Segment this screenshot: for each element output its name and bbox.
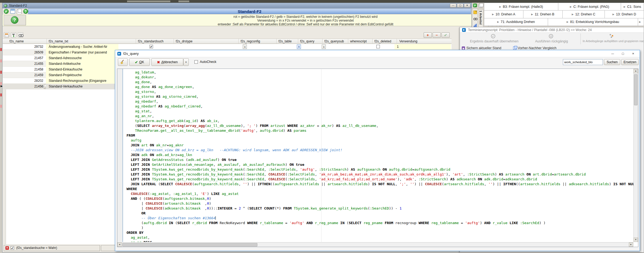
- machine-panel: ▶B3: Fräsen kompl. (Halle3)▶C: Fräsen ko…: [484, 3, 644, 26]
- add-row-button[interactable]: +: [424, 32, 432, 38]
- machine-cell[interactable]: ▶12: Drehen C: [563, 11, 605, 18]
- machine-cell-label: 10: Drehen A: [496, 12, 515, 16]
- dialog-titlebar[interactable]: ▶ f2s_query: [115, 50, 640, 57]
- scroll-left-icon[interactable]: ◄: [117, 242, 122, 247]
- compare-button[interactable]: Vorher-Nachher Vergleich: [513, 46, 556, 50]
- column-header[interactable]: f2s_standardsuch: [138, 39, 164, 43]
- column-separator: [276, 39, 277, 44]
- find-button[interactable]: Suchen: [604, 59, 620, 65]
- column-header[interactable]: f2s_drstype: [176, 39, 192, 43]
- filter-icon[interactable]: [11, 32, 16, 38]
- split-group-button[interactable]: In Arbeitsgänge aufsplitten und gruppier…: [583, 39, 644, 43]
- standardsuche-checkbox[interactable]: ✔: [150, 45, 153, 48]
- form-icon[interactable]: [10, 9, 15, 14]
- save-state-label: Sichern aktueller Stand: [466, 46, 501, 50]
- machine-cell[interactable]: ▶: [638, 18, 644, 26]
- sql-line: JOIN adk ON adk.ad_krz=ag_lkn: [127, 153, 633, 157]
- broom-icon: [120, 59, 126, 65]
- window-title: Standard-F2: [9, 4, 27, 8]
- triangle-icon: ▶: [639, 21, 641, 23]
- triangle-icon: ▶: [492, 13, 494, 16]
- querysub-cell-icon[interactable]: a: [322, 45, 326, 49]
- undo-execute-button[interactable]: Ausführen rückgängig: [527, 39, 576, 43]
- dialog-minimize-button[interactable]: —: [609, 51, 616, 56]
- machine-cell[interactable]: ▶81: Entwicklung Vorrichtungsbau: [548, 18, 638, 26]
- machine-cell[interactable]: ▶B3: Fräsen kompl. (Halle3): [484, 3, 558, 10]
- search-binoculars-icon[interactable]: [18, 32, 23, 38]
- search-input[interactable]: [563, 59, 603, 65]
- note-icon[interactable]: [473, 11, 477, 14]
- terminierungsscript-titlebar[interactable]: ▶ Terminierungsscript: Prioritäten - Hin…: [460, 27, 644, 33]
- deleted-checkbox[interactable]: [376, 45, 380, 48]
- machine-cell[interactable]: ▶13: Drehen D: [605, 11, 644, 18]
- column-header[interactable]: f2s_name_txt: [49, 39, 68, 43]
- machine-cell[interactable]: ▶71: Ausbildung Drehen: [484, 18, 548, 26]
- background-row-marker: [0, 48, 2, 51]
- ok-button[interactable]: ✔ OK: [129, 58, 150, 66]
- row-header-strip: [3, 44, 6, 244]
- vertical-scroll-thumb[interactable]: [634, 74, 638, 105]
- minimize-button[interactable]: —: [450, 4, 456, 8]
- maximize-button[interactable]: ▢: [457, 4, 463, 8]
- machine-cell[interactable]: ▶10: Drehen A: [484, 11, 523, 18]
- horizontal-scrollbar[interactable]: ◄ ►: [117, 242, 633, 247]
- sql-line: ag_nbedarf,: [127, 99, 633, 104]
- vertical-scrollbar[interactable]: ▲ ▼: [633, 69, 638, 242]
- column-header[interactable]: f2s_table: [278, 39, 292, 43]
- cancel-button[interactable]: ✖ Abbrechen: [151, 58, 183, 66]
- help-icon[interactable]: ?: [23, 9, 28, 14]
- background-decoration: [127, 1, 170, 2]
- sql-line: ag_an_nr,: [127, 114, 633, 119]
- column-header[interactable]: f2s_name: [9, 39, 24, 43]
- post-row-button[interactable]: ✔: [441, 32, 450, 38]
- grid-header-row[interactable]: f2s_namef2s_name_txtf2s_standardsuchf2s_…: [3, 39, 452, 44]
- sql-line: LEFT JOIN TSystem.kws_get_recnodbrids_by…: [127, 172, 633, 177]
- sql-code[interactable]: ag_ldatum, ag_dokunr, ag_done, ag_done A…: [124, 69, 633, 242]
- main-window-titlebar[interactable]: Standard-F2: [2, 3, 472, 8]
- scroll-right-icon[interactable]: ►: [629, 242, 633, 247]
- save-icon: [462, 46, 465, 50]
- machine-cell[interactable]: ▶C: Fräsen kompl. (PAG): [558, 3, 621, 10]
- help-button[interactable]: ?: [11, 16, 18, 24]
- close-button[interactable]: ✕: [464, 4, 470, 8]
- table-view-icon[interactable]: [4, 32, 9, 38]
- machine-cell[interactable]: ▶C1: Sons: [621, 3, 644, 10]
- sql-line: ag_astat,: [127, 235, 633, 240]
- column-header[interactable]: wherescript: [350, 39, 367, 43]
- replace-button[interactable]: Ersetzen: [621, 59, 639, 65]
- compare-label: Vorher-Nachher Vergleich: [518, 46, 556, 50]
- horizontal-scroll-thumb[interactable]: [122, 243, 257, 247]
- column-header[interactable]: f2s_regconfig: [241, 39, 260, 43]
- binoculars-icon[interactable]: [473, 17, 477, 21]
- sql-line: WHERE: [127, 187, 633, 191]
- save-state-button[interactable]: Sichern aktueller Stand: [462, 46, 501, 50]
- triangle-icon: ▶: [572, 13, 574, 16]
- scroll-down-icon[interactable]: ▼: [633, 238, 638, 242]
- column-header[interactable]: f2s_querysub: [324, 39, 344, 43]
- autocheck-checkbox[interactable]: [194, 60, 198, 64]
- confirm-icon[interactable]: ✔: [4, 9, 9, 14]
- autocheck-label: AutoCheck: [200, 60, 216, 64]
- query-cell-icon[interactable]: A: [297, 45, 301, 49]
- copy-icon-small[interactable]: [479, 4, 482, 8]
- dialog-maximize-button[interactable]: ▢: [619, 51, 627, 56]
- background-row-marker: [0, 71, 2, 74]
- format-broom-button[interactable]: [118, 58, 128, 66]
- machine-cell[interactable]: ▶11: Drehen B: [523, 11, 563, 18]
- sql-line: (auftg.dbrid IN (SELECT r_dbrid FROM Rec…: [127, 221, 633, 225]
- column-header[interactable]: Verwendung: [399, 39, 417, 43]
- filter-active-icon: ✕: [5, 246, 9, 250]
- sql-line: ag_storno AS ag_storno_cimred,: [127, 94, 633, 99]
- cancel-dropdown-button[interactable]: ▼: [183, 58, 189, 66]
- filter-checkbox[interactable]: ✔: [11, 246, 14, 250]
- apply-result-button[interactable]: Ergebnis dauerhaft übernehmen: [463, 39, 526, 43]
- dialog-close-button[interactable]: ✕: [629, 51, 637, 56]
- confirm-icon-small[interactable]: ✔: [473, 4, 477, 7]
- regconfig-cell-icon[interactable]: a: [243, 45, 247, 49]
- copy-icon[interactable]: [17, 9, 22, 14]
- background-row-marker: [0, 59, 2, 62]
- delete-row-button[interactable]: −: [433, 32, 441, 38]
- column-header[interactable]: f2s_deleted: [374, 39, 391, 43]
- column-header[interactable]: f2s_query: [300, 39, 314, 43]
- scroll-up-icon[interactable]: ▲: [633, 69, 638, 73]
